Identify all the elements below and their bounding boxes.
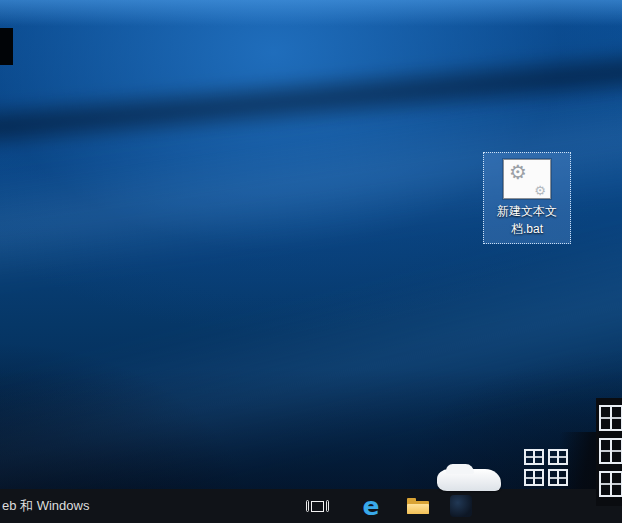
window-frame (524, 469, 544, 486)
window-frame (524, 449, 544, 465)
desktop-icon-new-text-document-bat[interactable]: ⚙ ⚙ 新建文本文 档.bat (483, 152, 571, 244)
window-frame (548, 449, 568, 465)
edge-button[interactable]: e (349, 489, 393, 523)
task-view-button[interactable] (295, 489, 339, 523)
taskbar: eb 和 Windows e (0, 489, 622, 523)
folder-icon-front (407, 504, 429, 514)
task-view-icon-side (326, 500, 329, 512)
task-view-icon (306, 500, 329, 512)
window-frame (599, 471, 622, 497)
desktop-icon-label: 新建文本文 档.bat (486, 202, 568, 238)
window-frames-cluster (524, 449, 570, 489)
partial-app-icon (450, 495, 472, 517)
top-left-artifact (0, 28, 13, 65)
batch-file-icon: ⚙ ⚙ (503, 159, 551, 199)
window-frame (599, 405, 622, 431)
window-frame (548, 469, 568, 486)
task-view-icon-side (306, 500, 309, 512)
folder-icon (407, 498, 429, 514)
window-frame (599, 438, 622, 464)
partial-app-button[interactable] (439, 489, 483, 523)
edge-icon: e (363, 494, 380, 519)
white-artifact (437, 469, 501, 491)
task-view-icon-main (311, 501, 324, 512)
gear-icon: ⚙ (509, 162, 527, 182)
screen: ⚙ ⚙ 新建文本文 档.bat eb 和 Windows e (0, 0, 622, 523)
gear-icon-small: ⚙ (534, 184, 546, 197)
right-edge-dark-strip (596, 398, 622, 506)
file-explorer-button[interactable] (396, 489, 440, 523)
desktop-wallpaper[interactable] (0, 0, 622, 523)
icon-label-line2: 档.bat (511, 222, 543, 236)
icon-label-line1: 新建文本文 (497, 204, 557, 218)
taskbar-search-box[interactable]: eb 和 Windows (2, 489, 89, 523)
